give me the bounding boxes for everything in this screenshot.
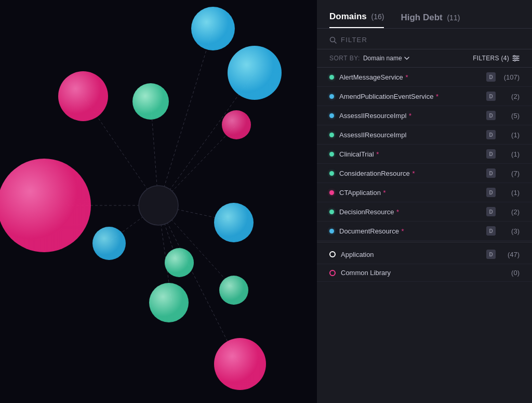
badge-d: D: [486, 92, 496, 101]
dot-teal: [329, 171, 334, 176]
dot-teal: [329, 133, 334, 137]
tabs-row: Domains (16) High Debt (11): [317, 0, 532, 29]
sort-row: SORT BY: Domain name FILTERS (4): [317, 49, 532, 68]
filter-input[interactable]: [341, 36, 520, 44]
dot-cyan: [329, 94, 334, 99]
svg-point-24: [214, 338, 266, 390]
separator: [317, 242, 532, 242]
domain-item-0[interactable]: AlertMessageService * D (107): [317, 68, 532, 87]
domain-item-3[interactable]: AssessIIResourceImpl D (1): [317, 125, 532, 145]
svg-point-30: [514, 56, 515, 57]
badge-d: D: [486, 226, 496, 236]
dot-cyan: [329, 113, 334, 118]
badge-d: D: [486, 207, 496, 216]
domain-item-application[interactable]: Application D (47): [317, 243, 532, 264]
domain-item-1[interactable]: AmendPublicationEventService * D (2): [317, 87, 532, 106]
tab-high-debt[interactable]: High Debt (11): [401, 12, 460, 28]
badge-d: D: [486, 168, 496, 178]
dot-teal: [329, 75, 334, 80]
svg-point-21: [214, 203, 254, 242]
svg-point-31: [516, 58, 518, 59]
domain-item-6[interactable]: CTApplication * D (1): [317, 183, 532, 202]
network-svg: [0, 0, 317, 403]
badge-d: D: [486, 111, 496, 120]
svg-point-22: [149, 283, 189, 322]
dot-outline-white: [329, 251, 336, 257]
dot-pink: [329, 190, 334, 195]
right-panel: Domains (16) High Debt (11) SORT BY: Dom…: [317, 0, 532, 403]
filter-bar: [317, 29, 532, 49]
domain-item-7[interactable]: DecisionResource * D (2): [317, 202, 532, 222]
svg-point-32: [514, 60, 516, 61]
badge-d: D: [486, 72, 496, 82]
svg-point-13: [58, 71, 108, 121]
filters-button[interactable]: FILTERS (4): [473, 55, 520, 62]
svg-point-15: [132, 83, 169, 120]
domain-item-2[interactable]: AssessIIResourceImpl * D (5): [317, 106, 532, 125]
badge-d: D: [486, 188, 496, 197]
sort-value-button[interactable]: Domain name: [363, 55, 409, 62]
svg-line-26: [335, 41, 337, 43]
svg-point-19: [92, 227, 126, 260]
svg-point-17: [222, 110, 251, 139]
tab-domains[interactable]: Domains (16): [329, 11, 384, 28]
network-panel: [0, 0, 317, 403]
svg-point-23: [219, 276, 248, 305]
dot-teal: [329, 210, 334, 214]
svg-point-12: [139, 186, 178, 225]
search-icon: [329, 36, 337, 44]
svg-point-16: [228, 46, 282, 100]
badge-d: D: [486, 130, 496, 139]
badge-d: D: [486, 250, 496, 259]
dot-outline-pink: [329, 270, 336, 276]
svg-point-20: [165, 248, 194, 277]
badge-d: D: [486, 149, 496, 159]
svg-line-1: [158, 29, 213, 205]
sort-label: SORT BY:: [329, 55, 360, 62]
domain-item-8[interactable]: DocumentResource * D (3): [317, 222, 532, 241]
domain-item-common-library[interactable]: Common Library (0): [317, 264, 532, 282]
domain-item-4[interactable]: ClinicalTrial * D (1): [317, 145, 532, 164]
svg-point-14: [191, 7, 235, 50]
domain-list: AlertMessageService * D (107) AmendPubli…: [317, 68, 532, 403]
domain-item-5[interactable]: ConsiderationResource * D (7): [317, 164, 532, 183]
dot-teal: [329, 152, 334, 157]
svg-point-18: [0, 159, 91, 252]
dot-cyan: [329, 229, 334, 233]
